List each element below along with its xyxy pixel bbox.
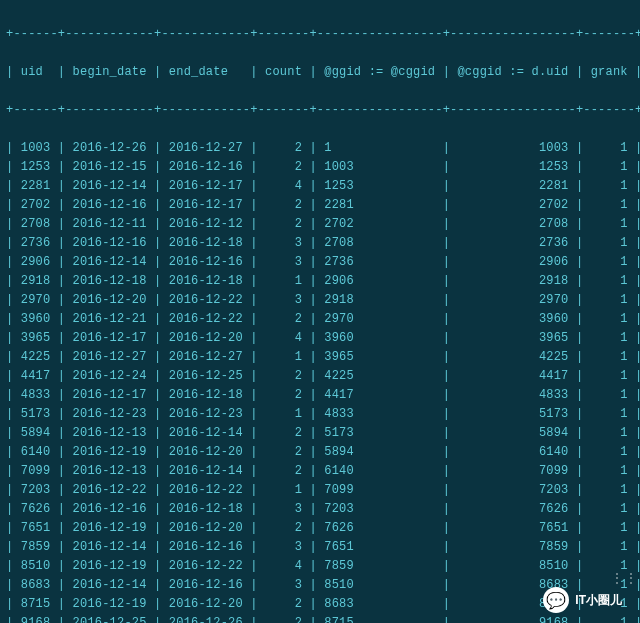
separator-top: +------+------------+------------+------…	[6, 25, 634, 44]
grid-icon: ⋮⋮	[610, 570, 638, 587]
header-row: | uid | begin_date | end_date | count | …	[6, 63, 634, 82]
watermark-text: IT小圈儿	[575, 592, 622, 609]
wechat-avatar-icon: 💬	[543, 587, 569, 613]
terminal-output: +------+------------+------------+------…	[0, 0, 640, 623]
separator-header: +------+------------+------------+------…	[6, 101, 634, 120]
watermark: 💬 IT小圈儿	[543, 587, 622, 613]
